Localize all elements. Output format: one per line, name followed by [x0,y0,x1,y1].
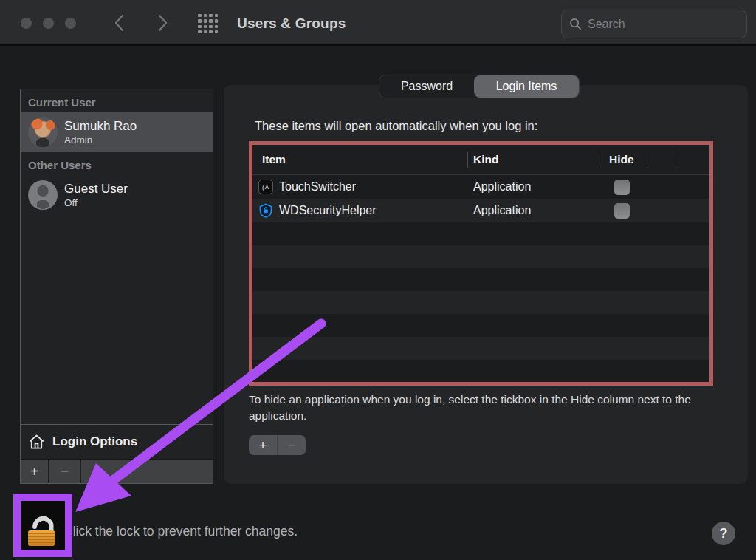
close-window-button[interactable] [21,18,32,29]
item-kind: Application [467,180,597,194]
touchbar-key-icon: (A [258,180,273,194]
lock-highlight-box [13,494,72,557]
back-button[interactable] [111,13,128,33]
current-user-header: Current User [28,96,213,109]
chevron-left-icon [111,13,128,33]
show-all-preferences-button[interactable] [198,14,218,33]
guest-user-status: Off [64,197,128,209]
unlocked-padlock-icon[interactable] [25,504,61,547]
hide-checkbox[interactable] [614,180,630,195]
sidebar-item-login-options[interactable]: Login Options [21,424,213,459]
window-title: Users & Groups [237,16,346,32]
search-icon [569,18,582,30]
remove-login-item-button[interactable]: − [278,435,306,455]
current-user-role: Admin [64,134,137,146]
guest-avatar-icon [28,180,58,210]
hide-checkbox[interactable] [614,203,630,219]
login-items-table: Item Kind Hide (A TouchSwitcher Applicat… [249,141,713,386]
table-row[interactable]: (A TouchSwitcher Application [252,175,709,199]
zoom-window-button[interactable] [65,18,76,29]
column-header-item[interactable]: Item [262,153,286,166]
tab-login-items[interactable]: Login Items [474,75,579,98]
column-header-hide[interactable]: Hide [609,153,634,166]
remove-user-button[interactable]: − [49,460,81,483]
empty-table-rows [252,222,709,382]
login-items-toolbar: + − [249,435,306,455]
lock-caption: Click the lock to prevent further change… [63,524,298,539]
toolbar-filler [81,460,213,483]
column-separator [647,152,647,168]
table-row[interactable]: WDSecurityHelper Application [252,199,709,222]
column-header-kind[interactable]: Kind [473,153,498,166]
sidebar-item-guest-user[interactable]: Guest User Off [21,175,213,215]
forward-button[interactable] [154,13,171,33]
blue-shield-lock-icon [258,203,273,218]
minimize-window-button[interactable] [43,18,54,29]
login-items-caption: These items will open automatically when… [255,119,537,133]
column-separator [597,152,597,168]
tab-password[interactable]: Password [379,75,474,98]
users-sidebar: Current User Sumukh Rao Admin Other User… [20,89,213,484]
item-name: WDSecurityHelper [279,204,377,217]
column-separator [467,152,468,168]
home-icon [28,434,45,450]
help-button[interactable]: ? [712,522,735,545]
item-name: TouchSwitcher [279,180,356,194]
add-login-item-button[interactable]: + [249,435,278,455]
current-user-name: Sumukh Rao [64,118,137,134]
login-options-label: Login Options [52,434,137,449]
guest-user-name: Guest User [64,181,128,197]
tab-bar: Password Login Items [379,75,580,98]
sidebar-item-current-user[interactable]: Sumukh Rao Admin [21,112,213,152]
other-users-header: Other Users [28,159,213,171]
search-field[interactable] [561,10,747,38]
sidebar-spacer [21,215,213,424]
user-avatar [28,117,58,147]
column-separator [678,152,678,168]
chevron-right-icon [154,13,171,33]
add-user-button[interactable]: + [21,460,49,483]
search-input[interactable] [588,18,739,31]
hide-help-text: To hide an application when you log in, … [249,392,727,424]
title-bar: Users & Groups [0,0,756,46]
item-kind: Application [467,204,597,217]
sidebar-user-toolbar: + − [21,459,213,483]
users-and-groups-window: Users & Groups Current User Sumukh Rao A… [0,0,756,560]
table-header: Item Kind Hide [252,145,709,175]
